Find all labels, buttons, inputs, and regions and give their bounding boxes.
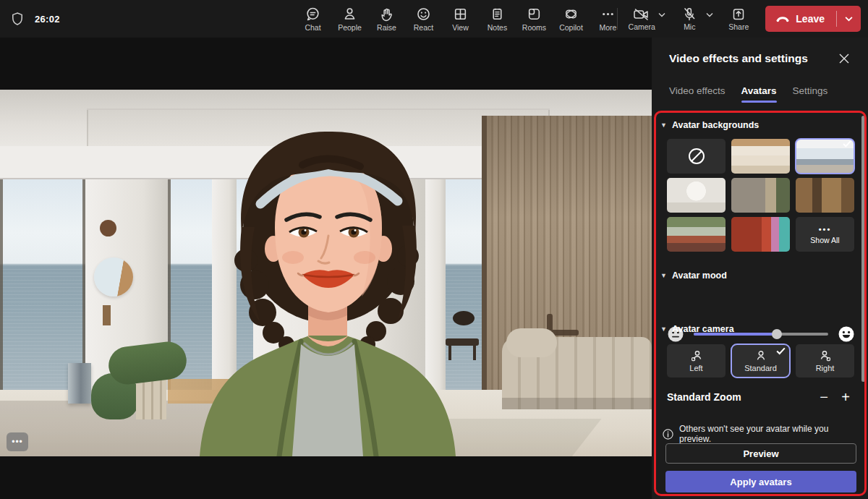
collapse-chevron-icon: ▼ xyxy=(660,121,667,129)
shield-icon xyxy=(10,12,25,26)
camera-left-label: Left xyxy=(689,364,702,372)
background-wood-dining-room-tile[interactable] xyxy=(796,178,854,213)
beige-channel-sofa xyxy=(502,337,652,409)
preview-notice: Others won't see your avatar while you p… xyxy=(663,424,859,444)
raise-hand-button[interactable]: Raise xyxy=(368,0,405,38)
preview-notice-text: Others won't see your avatar while you p… xyxy=(679,424,859,444)
leave-button-group: Leave xyxy=(765,6,861,32)
tab-settings[interactable]: Settings xyxy=(793,85,828,103)
collapse-chevron-icon: ▼ xyxy=(660,272,667,279)
mic-label: Mic xyxy=(684,22,695,31)
react-button[interactable]: React xyxy=(405,0,442,38)
person-left-icon xyxy=(690,350,703,362)
notes-button[interactable]: Notes xyxy=(479,0,516,38)
avatar-camera-options: Left Standard Right xyxy=(667,344,855,378)
ellipsis-icon: ••• xyxy=(12,437,23,447)
view-label: View xyxy=(452,23,469,32)
selected-check-icon xyxy=(843,140,851,148)
person-right-icon xyxy=(819,350,832,362)
camera-options-chevron[interactable] xyxy=(658,12,668,26)
copilot-button[interactable]: Copilot xyxy=(553,0,590,38)
chat-label: Chat xyxy=(305,23,320,32)
panel-title: Video effects and settings xyxy=(669,52,808,65)
camera-button[interactable]: Camera xyxy=(625,0,658,38)
view-button[interactable]: View xyxy=(442,0,479,38)
grinning-face-icon xyxy=(838,325,855,343)
camera-off-icon xyxy=(632,7,651,22)
people-icon xyxy=(342,7,357,22)
panel-tabs: Video effects Avatars Settings xyxy=(669,85,827,103)
collapse-chevron-icon: ▼ xyxy=(660,325,667,333)
camera-standard-option[interactable]: Standard xyxy=(731,344,790,378)
round-mirror xyxy=(94,257,133,297)
info-icon xyxy=(663,429,673,440)
avatar-mood-title: Avatar mood xyxy=(672,270,727,281)
leave-button[interactable]: Leave xyxy=(765,6,836,32)
zoom-in-button[interactable]: + xyxy=(835,388,856,406)
rooms-icon xyxy=(527,7,542,22)
avatar-camera-title: Avatar camera xyxy=(672,324,734,334)
panel-scrollbar[interactable] xyxy=(861,116,865,382)
window-frame-line xyxy=(0,176,3,393)
mic-options-chevron[interactable] xyxy=(706,12,716,26)
copilot-label: Copilot xyxy=(559,23,583,32)
wall-hook-disc xyxy=(100,220,116,236)
mirror-pendant xyxy=(103,305,111,325)
mic-button[interactable]: Mic xyxy=(673,0,706,38)
avatar-woman xyxy=(194,119,461,456)
avatar-camera-section-header[interactable]: ▼ Avatar camera xyxy=(660,324,734,334)
avatar-mood-section-header[interactable]: ▼ Avatar mood xyxy=(660,270,727,281)
notes-label: Notes xyxy=(488,23,507,32)
show-all-backgrounds-tile[interactable]: ••• Show All xyxy=(796,217,854,252)
window-glass-left xyxy=(0,176,85,393)
camera-right-option[interactable]: Right xyxy=(796,344,854,378)
preview-button[interactable]: Preview xyxy=(665,443,856,464)
react-label: React xyxy=(414,23,433,32)
tab-avatars[interactable]: Avatars xyxy=(741,85,777,103)
camera-label: Camera xyxy=(629,22,655,31)
share-icon xyxy=(731,7,746,22)
people-label: People xyxy=(338,23,362,32)
background-green-terrace-tile[interactable] xyxy=(667,217,726,252)
background-concrete-loft-tile[interactable] xyxy=(731,178,790,213)
leave-label: Leave xyxy=(796,13,825,25)
zoom-out-button[interactable]: − xyxy=(813,388,835,406)
close-icon[interactable] xyxy=(836,51,852,67)
avatar-backgrounds-section-header[interactable]: ▼ Avatar backgrounds xyxy=(660,120,759,130)
camera-standard-label: Standard xyxy=(744,364,777,372)
share-button[interactable]: Share xyxy=(722,0,755,38)
view-grid-icon xyxy=(453,7,468,22)
show-all-label: Show All xyxy=(810,236,839,244)
video-more-options-button[interactable]: ••• xyxy=(7,432,28,451)
none-blocked-icon xyxy=(687,147,706,166)
camera-left-option[interactable]: Left xyxy=(667,344,726,378)
raise-hand-icon xyxy=(379,7,394,22)
avatar-video-preview: ••• xyxy=(0,90,652,456)
rooms-button[interactable]: Rooms xyxy=(516,0,553,38)
share-label: Share xyxy=(728,22,749,31)
show-all-ellipsis-icon: ••• xyxy=(819,225,832,234)
notes-icon xyxy=(490,7,505,22)
people-button[interactable]: People xyxy=(331,0,368,38)
toolbar-separator xyxy=(617,8,618,30)
mood-slider-thumb[interactable] xyxy=(772,329,782,339)
apply-avatars-button[interactable]: Apply avatars xyxy=(665,471,856,492)
background-red-mural-room-tile[interactable] xyxy=(731,217,790,252)
camera-right-label: Right xyxy=(816,364,835,372)
meeting-timer: 26:02 xyxy=(35,14,60,25)
video-effects-settings-panel: Video effects and settings Video effects… xyxy=(652,38,868,499)
background-bright-window-room-tile[interactable] xyxy=(796,139,854,174)
chrome-side-table xyxy=(68,363,91,404)
background-warm-minimal-room-tile[interactable] xyxy=(731,139,790,174)
leave-options-chevron[interactable] xyxy=(837,6,861,32)
tab-video-effects[interactable]: Video effects xyxy=(669,85,726,103)
avatar-zoom-control: Standard Zoom − + xyxy=(667,388,856,406)
chat-button[interactable]: Chat xyxy=(294,0,331,38)
zoom-label: Standard Zoom xyxy=(667,391,813,403)
hangup-phone-icon xyxy=(775,14,790,24)
background-none-tile[interactable] xyxy=(667,139,726,174)
mic-muted-icon xyxy=(681,7,697,22)
chat-icon xyxy=(305,7,320,22)
selected-check-icon xyxy=(776,347,786,355)
background-white-arched-room-tile[interactable] xyxy=(667,178,726,213)
